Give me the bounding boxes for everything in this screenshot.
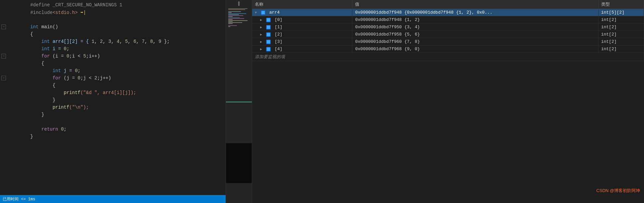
- expand-arr4-icon[interactable]: ▼: [255, 11, 257, 15]
- watch-row-2[interactable]: ▶ [2] 0x0000001ddbd7f958 {5, 6} int[2]: [252, 31, 644, 38]
- watch-table-header: 名称 值 类型: [252, 0, 644, 9]
- watch-type-icon-2: [266, 32, 271, 37]
- watch-value-4: 0x0000001ddbd7f968 {9, 0}: [352, 46, 598, 53]
- watch-value-arr4: 0x0000001ddbd7f948 {0x0000001ddbd7f948 {…: [352, 9, 598, 16]
- watch-type-icon-0: [266, 18, 271, 22]
- code-line-19: }: [0, 133, 226, 140]
- breakpoint-area-11[interactable]: −: [1, 76, 7, 80]
- breakpoint-area-4[interactable]: −: [1, 25, 7, 29]
- watch-type-icon-1: [266, 25, 271, 30]
- watch-name-1: ▶ [1]: [252, 24, 352, 31]
- expand-2-icon[interactable]: ▶: [260, 33, 262, 37]
- idx-2-label: [2]: [275, 32, 282, 37]
- idx-3-label: [3]: [275, 39, 282, 44]
- code-line-16: }: [0, 111, 226, 118]
- minimap-viewport: [226, 143, 252, 183]
- watch-value-3: 0x0000001ddbd7f960 {7, 8}: [352, 38, 598, 46]
- collapse-main[interactable]: −: [1, 25, 6, 29]
- watch-row-4[interactable]: ▶ [4] 0x0000001ddbd7f968 {9, 0} int[2]: [252, 46, 644, 53]
- expand-0-icon[interactable]: ▶: [260, 18, 262, 22]
- arrow-icon: ➡|: [78, 10, 86, 15]
- header-type: 类型: [598, 0, 644, 9]
- arr4-label: arr4: [269, 10, 280, 15]
- watch-row-3[interactable]: ▶ [3] 0x0000001ddbd7f960 {7, 8} int[2]: [252, 38, 644, 46]
- watch-name-0: ▶ [0]: [252, 16, 352, 24]
- watch-type-arr4: int[5][2]: [598, 9, 644, 16]
- watch-name-3: ▶ [3]: [252, 38, 352, 46]
- watch-type-0: int[2]: [598, 16, 644, 24]
- csdn-watermark-text: CSDN @博客初阶阿坤: [596, 188, 640, 193]
- collapse-for-inner[interactable]: −: [1, 76, 6, 80]
- idx-0-label: [0]: [275, 17, 282, 22]
- watch-panel: 名称 值 类型 ▼ arr4 0x0000001ddbd7f948 {0x000…: [252, 0, 644, 203]
- header-name: 名称: [252, 0, 352, 9]
- idx-4-label: [4]: [275, 47, 282, 51]
- expand-4-icon[interactable]: ▶: [260, 48, 262, 51]
- watch-type-icon-4: [266, 47, 271, 51]
- code-panel: #define _CRT_SECURE_NO_WARNINGS 1 #inclu…: [0, 0, 226, 203]
- collapse-for-outer[interactable]: −: [1, 54, 6, 58]
- watch-type-4: int[2]: [598, 46, 644, 53]
- idx-1-label: [1]: [275, 25, 282, 30]
- code-text-19: }: [7, 129, 226, 145]
- watch-value-2: 0x0000001ddbd7f958 {5, 6}: [352, 31, 598, 38]
- status-text: 已用时间 <= 1ms: [3, 196, 35, 202]
- minimap-code-area: [228, 7, 250, 28]
- watch-value-0: 0x0000001ddbd7f948 {1, 2}: [352, 16, 598, 24]
- code-content[interactable]: #define _CRT_SECURE_NO_WARNINGS 1 #inclu…: [0, 0, 226, 195]
- header-value: 值: [352, 0, 598, 9]
- minimap-current-line: [226, 102, 252, 102]
- pp-include: #include: [30, 10, 52, 15]
- watch-table: 名称 值 类型 ▼ arr4 0x0000001ddbd7f948 {0x000…: [252, 0, 644, 61]
- status-bar: 已用时间 <= 1ms: [0, 195, 226, 203]
- watch-type-2: int[2]: [598, 31, 644, 38]
- code-line-2: #include<stdio.h> ➡|: [0, 9, 226, 16]
- breakpoint-area-8[interactable]: −: [1, 54, 7, 58]
- minimap-panel: [226, 0, 252, 203]
- watch-name-2: ▶ [2]: [252, 31, 352, 38]
- minimap-scrollbar-top: [238, 1, 240, 6]
- watch-row-arr4[interactable]: ▼ arr4 0x0000001ddbd7f948 {0x0000001ddbd…: [252, 9, 644, 16]
- watch-row-1[interactable]: ▶ [1] 0x0000001ddbd7f950 {3, 4} int[2]: [252, 24, 644, 31]
- expand-1-icon[interactable]: ▶: [260, 26, 262, 29]
- watch-name-arr4: ▼ arr4: [252, 9, 352, 16]
- watch-type-1: int[2]: [598, 24, 644, 31]
- csdn-watermark: CSDN @博客初阶阿坤: [596, 188, 640, 194]
- watch-type-icon-arr4: [261, 10, 265, 15]
- include-file: <stdio.h>: [52, 10, 78, 15]
- watch-name-4: ▶ [4]: [252, 46, 352, 53]
- watch-value-1: 0x0000001ddbd7f950 {3, 4}: [352, 24, 598, 31]
- add-watch-cell[interactable]: 添加要监视的项: [252, 53, 644, 61]
- watch-type-3: int[2]: [598, 38, 644, 46]
- add-watch-row[interactable]: 添加要监视的项: [252, 53, 644, 61]
- expand-3-icon[interactable]: ▶: [260, 40, 262, 44]
- watch-row-0[interactable]: ▶ [0] 0x0000001ddbd7f948 {1, 2} int[2]: [252, 16, 644, 24]
- watch-type-icon-3: [266, 40, 271, 44]
